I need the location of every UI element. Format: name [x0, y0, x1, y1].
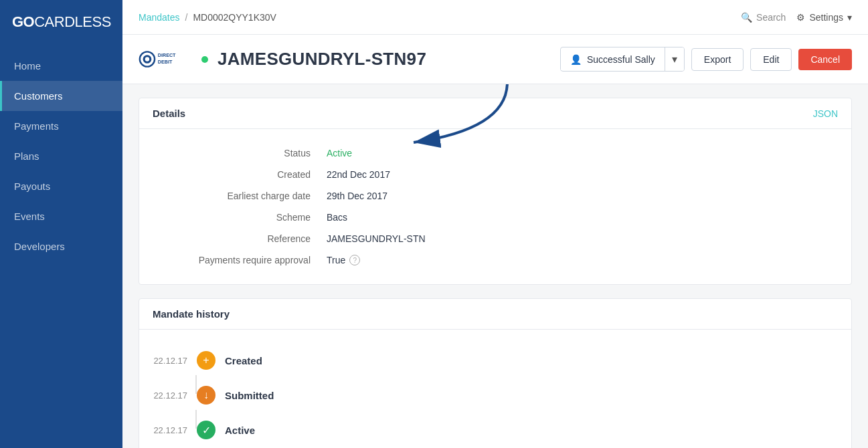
settings-button[interactable]: ⚙ Settings ▾ — [796, 12, 852, 23]
detail-value-earliest-charge: 29th Dec 2017 — [327, 191, 387, 201]
history-date-active: 22.12.17 — [153, 425, 187, 435]
history-card-header: Mandate history — [139, 299, 851, 330]
breadcrumb-mandates-link[interactable]: Mandates — [139, 12, 179, 23]
history-label-created: Created — [225, 355, 262, 366]
history-icon-submitted: ↓ — [197, 386, 215, 405]
detail-label-scheme: Scheme — [153, 212, 327, 223]
customer-button-main[interactable]: 👤 Successful Sally — [561, 49, 665, 70]
detail-row-reference: Reference JAMESGUNDRYL-STN — [153, 228, 838, 249]
svg-text:DEBIT: DEBIT — [158, 60, 173, 65]
history-date-created: 22.12.17 — [153, 356, 187, 366]
detail-value-created: 22nd Dec 2017 — [327, 169, 390, 180]
history-item-active: 22.12.17 ✓ Active — [153, 413, 838, 447]
sidebar-item-plans[interactable]: Plans — [0, 141, 122, 171]
user-icon: 👤 — [570, 54, 582, 65]
history-icon-active: ✓ — [197, 421, 215, 439]
history-label-submitted: Submitted — [225, 390, 274, 401]
mandate-title: JAMESGUNDRYL-STN97 — [218, 49, 426, 70]
status-indicator — [201, 56, 208, 63]
topbar-right: 🔍 Search ⚙ Settings ▾ — [741, 12, 852, 23]
detail-label-earliest-charge: Earliest charge date — [153, 191, 327, 201]
detail-row-earliest-charge: Earliest charge date 29th Dec 2017 — [153, 185, 838, 207]
history-label-active: Active — [225, 425, 255, 436]
breadcrumb-current: MD0002QYY1K30V — [193, 12, 276, 23]
customer-button[interactable]: 👤 Successful Sally ▾ — [560, 47, 685, 72]
approval-value-text: True — [327, 255, 345, 265]
sidebar: GOCARDLESS Home Customers Payments Plans… — [0, 0, 122, 448]
edit-button[interactable]: Edit — [750, 48, 792, 71]
help-icon[interactable]: ? — [349, 255, 360, 265]
details-card-header: Details JSON — [139, 98, 851, 129]
history-title: Mandate history — [153, 308, 230, 320]
history-list: 22.12.17 + Created 22.12.17 ↓ Submitted … — [139, 330, 851, 448]
svg-text:DIRECT: DIRECT — [158, 53, 176, 58]
sidebar-item-payments[interactable]: Payments — [0, 111, 122, 141]
customer-name: Successful Sally — [587, 54, 655, 65]
topbar: Mandates / MD0002QYY1K30V 🔍 Search ⚙ Set… — [122, 0, 868, 35]
detail-label-status: Status — [153, 148, 327, 158]
mandate-header-left: DIRECT DEBIT JAMESGUNDRYL-STN97 — [139, 47, 426, 71]
mandate-header-right: 👤 Successful Sally ▾ Export Edit Cancel — [560, 47, 852, 72]
detail-label-created: Created — [153, 169, 327, 180]
sidebar-item-developers[interactable]: Developers — [0, 231, 122, 261]
detail-row-scheme: Scheme Bacs — [153, 207, 838, 228]
detail-row-approval: Payments require approval True ? — [153, 249, 838, 271]
search-label: Search — [756, 12, 786, 23]
details-body: Status Active Created 22nd Dec 2017 Earl… — [139, 129, 851, 284]
search-icon: 🔍 — [741, 12, 752, 23]
detail-value-scheme: Bacs — [327, 212, 347, 223]
app-logo[interactable]: GOCARDLESS — [0, 0, 122, 44]
details-card: Details JSON Status Active Created 22nd … — [139, 98, 852, 285]
customer-dropdown-trigger[interactable]: ▾ — [665, 47, 684, 71]
search-button[interactable]: 🔍 Search — [741, 12, 786, 23]
mandate-history-card: Mandate history 22.12.17 + Created 22.12… — [139, 298, 852, 448]
history-date-submitted: 22.12.17 — [153, 390, 187, 401]
history-item-submitted: 22.12.17 ↓ Submitted — [153, 378, 838, 413]
history-item-created: 22.12.17 + Created — [153, 343, 838, 378]
svg-point-2 — [145, 57, 149, 61]
json-link[interactable]: JSON — [813, 108, 838, 119]
breadcrumb-separator: / — [185, 12, 187, 23]
content-area: Details JSON Status Active Created 22nd … — [122, 84, 868, 448]
sidebar-item-payouts[interactable]: Payouts — [0, 171, 122, 201]
detail-value-status: Active — [327, 148, 352, 158]
detail-label-reference: Reference — [153, 233, 327, 244]
sidebar-nav: Home Customers Payments Plans Payouts Ev… — [0, 51, 122, 261]
direct-debit-logo: DIRECT DEBIT — [139, 47, 192, 71]
chevron-down-icon: ▾ — [847, 12, 852, 23]
main-content: Mandates / MD0002QYY1K30V 🔍 Search ⚙ Set… — [122, 0, 868, 448]
sidebar-item-customers[interactable]: Customers — [0, 81, 122, 111]
logo-cardless: CARDLESS — [34, 13, 111, 30]
history-icon-created: + — [197, 351, 215, 370]
detail-value-reference: JAMESGUNDRYL-STN — [327, 233, 426, 244]
settings-label: Settings — [809, 12, 843, 23]
cancel-button[interactable]: Cancel — [798, 49, 852, 70]
detail-row-status: Status Active — [153, 142, 838, 164]
export-button[interactable]: Export — [691, 48, 744, 71]
breadcrumb: Mandates / MD0002QYY1K30V — [139, 12, 276, 23]
sidebar-item-events[interactable]: Events — [0, 201, 122, 231]
sidebar-item-home[interactable]: Home — [0, 51, 122, 81]
detail-label-approval: Payments require approval — [153, 255, 327, 265]
detail-value-approval: True ? — [327, 255, 360, 265]
gear-icon: ⚙ — [796, 12, 805, 23]
logo-go: GO — [12, 13, 34, 30]
mandate-header: DIRECT DEBIT JAMESGUNDRYL-STN97 👤 Succes… — [122, 35, 868, 84]
detail-row-created: Created 22nd Dec 2017 — [153, 164, 838, 185]
details-title: Details — [153, 108, 185, 119]
